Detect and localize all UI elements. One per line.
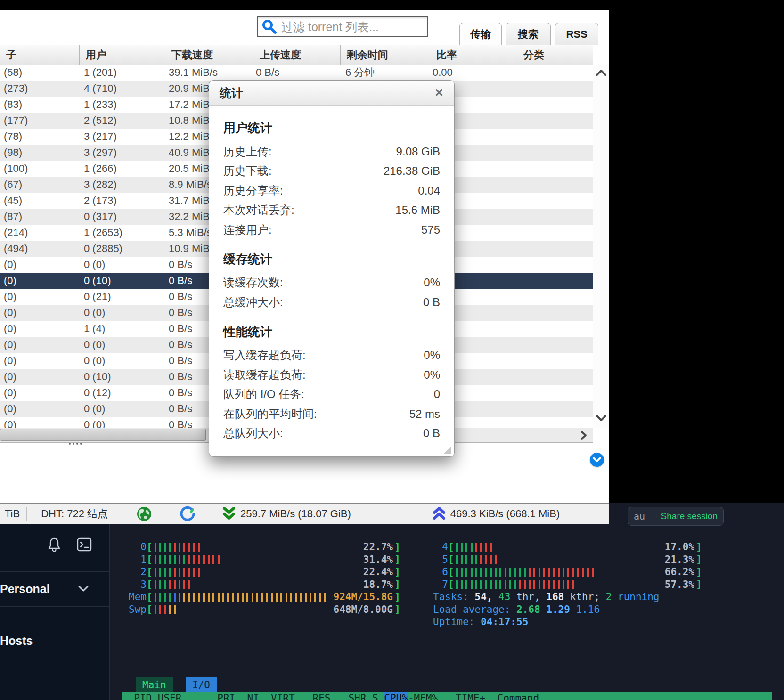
dialog-title: 统计 [220, 85, 243, 101]
meter-value: 31.4% [363, 554, 393, 565]
column-header-5[interactable]: 剩余时间 [340, 45, 430, 65]
upload-chevrons-icon [433, 507, 446, 521]
htop-tab-main[interactable]: Main [136, 677, 173, 692]
meter-bar [514, 568, 516, 577]
table-cell: 2 (512) [84, 113, 117, 129]
column-header-3[interactable]: 下载速度 [165, 45, 253, 65]
vertical-scrollbar[interactable] [593, 65, 609, 428]
meter-bar [519, 580, 521, 589]
meter-bar [174, 568, 176, 577]
column-header-2[interactable]: 用户 [79, 45, 165, 65]
meter-bar [183, 555, 185, 564]
table-cell: (100) [4, 161, 28, 177]
stat-value: 0% [424, 276, 440, 289]
table-cell: 0 (21) [84, 289, 111, 305]
meter-bar [261, 593, 263, 602]
table-cell: (494) [4, 241, 28, 257]
meter-bar [461, 580, 463, 589]
scroll-up-icon[interactable] [596, 68, 607, 78]
meter-bar [480, 543, 482, 552]
torrent-filter-search[interactable]: 过滤 torrent 列表... [257, 16, 428, 37]
qbt-statusbar: TiB DHT: 722 结点 259.7 MiB/s (18 [0, 503, 609, 524]
meter-bar [159, 555, 161, 564]
scroll-right-icon[interactable] [580, 431, 588, 440]
table-row[interactable]: (58)1 (201)39.1 MiB/s0 B/s6 分钟0.00 [0, 65, 593, 81]
meter-bar [295, 593, 297, 602]
sidebar-item-personal[interactable]: Personal [0, 571, 109, 607]
meter-bar [237, 593, 239, 602]
dialog-titlebar[interactable]: 统计 ✕ [209, 81, 454, 106]
meter-bar [208, 555, 210, 564]
column-header-6[interactable]: 比率 [430, 45, 517, 65]
meter-bar [164, 568, 166, 577]
upload-speed-text: 469.3 KiB/s (668.1 MiB) [450, 508, 560, 520]
stat-value: 0% [424, 349, 440, 362]
stat-value: 15.6 MiB [395, 203, 440, 217]
toolbar-tab-3[interactable]: RSS [555, 23, 598, 45]
connection-status-icon[interactable] [180, 506, 196, 521]
hosts-label: Hosts [0, 634, 33, 648]
panel-collapse-button[interactable] [590, 453, 604, 467]
share-session-label: Share session [661, 511, 718, 521]
close-icon[interactable]: ✕ [434, 86, 444, 99]
horizontal-scrollbar-thumb[interactable] [0, 429, 206, 441]
download-speed-text: 259.7 MiB/s (18.07 GiB) [240, 508, 351, 520]
stat-label: 读取缓存超负荷: [223, 367, 306, 383]
chevron-down-icon [77, 584, 90, 593]
table-cell: (0) [4, 289, 16, 305]
meter-bar [471, 580, 473, 589]
upload-speed: 469.3 KiB/s (668.1 MiB) [433, 507, 560, 521]
table-cell: (0) [4, 353, 16, 369]
stat-value: 0% [424, 368, 440, 382]
meter-bar [485, 555, 487, 564]
meter-bar [592, 568, 594, 577]
stat-row: 在队列的平均时间:52 ms [223, 404, 440, 424]
bell-icon[interactable] [47, 537, 61, 553]
sidebar-item-hosts[interactable]: Hosts [0, 631, 109, 650]
stat-row: 读取缓存超负荷:0% [223, 365, 440, 385]
meter-bar [553, 580, 555, 589]
meter-value: 22.4% [363, 566, 393, 578]
column-header-4[interactable]: 上传速度 [253, 45, 340, 65]
meter-bar [179, 580, 180, 589]
meter-bar [212, 593, 214, 602]
table-cell: (0) [4, 369, 16, 385]
proc-header-sort-column: CPU% [384, 692, 408, 700]
meter-bar [169, 555, 171, 564]
scroll-down-icon[interactable] [596, 413, 607, 423]
console-icon[interactable] [77, 537, 92, 552]
table-cell: (0) [4, 257, 16, 273]
meter-bar [179, 543, 180, 552]
globe-icon[interactable] [137, 506, 152, 521]
meter-bar [183, 568, 185, 577]
app-sidebar: Personal Hosts [0, 524, 110, 700]
dialog-resize-grip[interactable] [444, 446, 451, 454]
cpu-meter-1: 1[31.4%] [125, 553, 400, 566]
column-header-1[interactable]: 子 [0, 45, 79, 65]
stat-label: 历史下载: [223, 163, 272, 179]
meter-bar [490, 543, 492, 552]
meter-bar [183, 593, 185, 602]
share-session-button[interactable]: au Share session [628, 507, 724, 526]
torrent-table-header: 子用户下载速度上传速度剩余时间比率分类 [0, 45, 593, 65]
process-table-header[interactable]: PID USER PRI NI VIRT RES SHR S CPU%-MEM%… [122, 692, 772, 700]
toolbar-tab-1[interactable]: 传输 [459, 23, 502, 45]
panel-resize-handle[interactable] [69, 443, 82, 445]
column-header-7[interactable]: 分类 [517, 45, 593, 65]
table-cell: 1 (4) [84, 321, 105, 337]
meter-bar [543, 580, 545, 589]
meter-bar [193, 555, 195, 564]
toolbar-tab-2[interactable]: 搜索 [506, 23, 551, 45]
meter-bar [242, 593, 244, 602]
table-cell: 2 (173) [84, 193, 117, 209]
htop-tab-io[interactable]: I/O [186, 677, 217, 692]
table-cell: 0 B/s [169, 417, 192, 428]
meter-bar [155, 543, 156, 552]
meter-bar [227, 593, 229, 602]
meter-value: 21.3% [665, 554, 694, 565]
stat-row: 本次对话丢弃:15.6 MiB [223, 201, 440, 220]
meter-bar [475, 555, 477, 564]
top-black-bar [0, 0, 609, 10]
meter-bar [324, 593, 326, 602]
meter-bar [256, 593, 258, 602]
